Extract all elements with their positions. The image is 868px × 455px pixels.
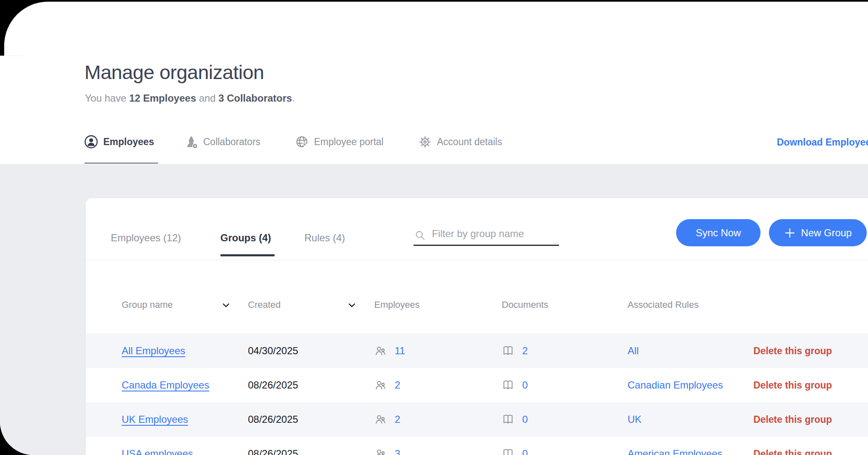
created-date: 04/30/2025 — [248, 345, 298, 357]
created-date: 08/26/2025 — [248, 379, 298, 391]
sync-now-button[interactable]: Sync Now — [676, 219, 761, 246]
delete-group-button[interactable]: Delete this group — [753, 345, 832, 357]
people-icon — [374, 379, 387, 392]
group-name-link[interactable]: UK Employees — [122, 414, 188, 425]
associated-rules-link[interactable]: Canadian Employees — [628, 379, 723, 391]
column-employees: Employees — [374, 299, 420, 310]
tab-label: Account details — [437, 136, 502, 148]
active-card-tab-underline — [220, 254, 275, 256]
book-icon — [502, 413, 514, 426]
tab-employee-portal[interactable]: Employee portal — [295, 132, 383, 152]
group-name-link[interactable]: Canada Employees — [122, 379, 209, 391]
table-row: UK Employees 08/26/2025 2 0 UK Delete th… — [86, 402, 868, 437]
documents-count-link[interactable]: 0 — [522, 379, 528, 391]
column-associated-rules: Associated Rules — [628, 299, 699, 310]
filter-by-group-name-input[interactable] — [414, 224, 559, 246]
documents-count-link[interactable]: 2 — [522, 345, 528, 357]
group-name-link[interactable]: All Employees — [122, 345, 185, 357]
chevron-down-icon[interactable] — [348, 303, 355, 308]
delete-group-button[interactable]: Delete this group — [753, 414, 832, 425]
people-icon — [374, 345, 387, 358]
book-icon — [502, 345, 514, 358]
book-icon — [502, 379, 514, 392]
column-group-name: Group name — [122, 299, 173, 310]
group-name-link[interactable]: USA employees — [122, 448, 193, 455]
book-icon — [502, 447, 514, 455]
card-tab-employees[interactable]: Employees (12) — [111, 232, 181, 244]
card-tab-rules[interactable]: Rules (4) — [304, 232, 345, 244]
search-icon — [414, 230, 426, 241]
associated-rules-link[interactable]: UK — [628, 414, 641, 425]
documents-count-link[interactable]: 0 — [522, 448, 528, 455]
table-header: Group name Created Employees Documents A… — [86, 299, 868, 312]
table-row: Canada Employees 08/26/2025 2 0 Canadian… — [86, 368, 868, 402]
download-employee-link[interactable]: Download Employee — [777, 137, 868, 148]
card-header-divider — [86, 260, 868, 260]
created-date: 08/26/2025 — [248, 414, 298, 425]
group-filter — [414, 224, 559, 246]
table-row: USA employees 08/26/2025 3 0 American Em… — [86, 437, 868, 455]
table-row: All Employees 04/30/2025 11 2 All Delete — [86, 334, 868, 368]
associated-rules-link[interactable]: All — [628, 345, 639, 357]
new-group-button[interactable]: New Group — [769, 219, 867, 246]
people-icon — [374, 413, 387, 426]
gear-icon — [419, 135, 431, 148]
column-created: Created — [248, 299, 281, 310]
employees-count-link[interactable]: 2 — [395, 379, 400, 391]
employees-count-link[interactable]: 3 — [395, 448, 400, 455]
person-circle-icon — [84, 135, 98, 148]
tab-collaborators[interactable]: Collaborators — [185, 132, 260, 152]
table-body: All Employees 04/30/2025 11 2 All Delete — [86, 334, 868, 455]
chevron-down-icon[interactable] — [222, 303, 230, 308]
new-group-label: New Group — [801, 227, 852, 239]
delete-group-button[interactable]: Delete this group — [753, 380, 832, 391]
active-tab-underline — [84, 163, 158, 164]
documents-count-link[interactable]: 0 — [522, 414, 528, 425]
created-date: 08/26/2025 — [248, 448, 298, 455]
globe-cursor-icon — [295, 135, 309, 148]
tab-label: Employee portal — [314, 136, 383, 148]
groups-card: Employees (12) Groups (4) Rules (4) Sync… — [86, 198, 868, 455]
window-chrome — [4, 2, 868, 57]
page-subtitle: You have 12 Employees and 3 Collaborator… — [85, 92, 295, 104]
card-tab-groups[interactable]: Groups (4) — [220, 232, 271, 244]
sync-now-label: Sync Now — [696, 227, 741, 239]
tab-account-details[interactable]: Account details — [419, 132, 502, 152]
tab-label: Collaborators — [203, 136, 260, 148]
app-window: Manage organization You have 12 Employee… — [0, 56, 868, 455]
person-plus-icon — [185, 135, 198, 149]
associated-rules-link[interactable]: American Employees — [628, 448, 722, 455]
plus-icon — [784, 227, 796, 239]
employees-count-link[interactable]: 2 — [395, 414, 400, 425]
column-documents: Documents — [502, 299, 548, 310]
page-top-seam — [0, 56, 23, 56]
employees-count-link[interactable]: 11 — [395, 345, 405, 357]
tab-employees[interactable]: Employees — [84, 132, 154, 152]
people-icon — [374, 447, 387, 455]
tab-label: Employees — [103, 136, 154, 148]
page-title: Manage organization — [84, 61, 264, 84]
delete-group-button[interactable]: Delete this group — [753, 448, 832, 455]
